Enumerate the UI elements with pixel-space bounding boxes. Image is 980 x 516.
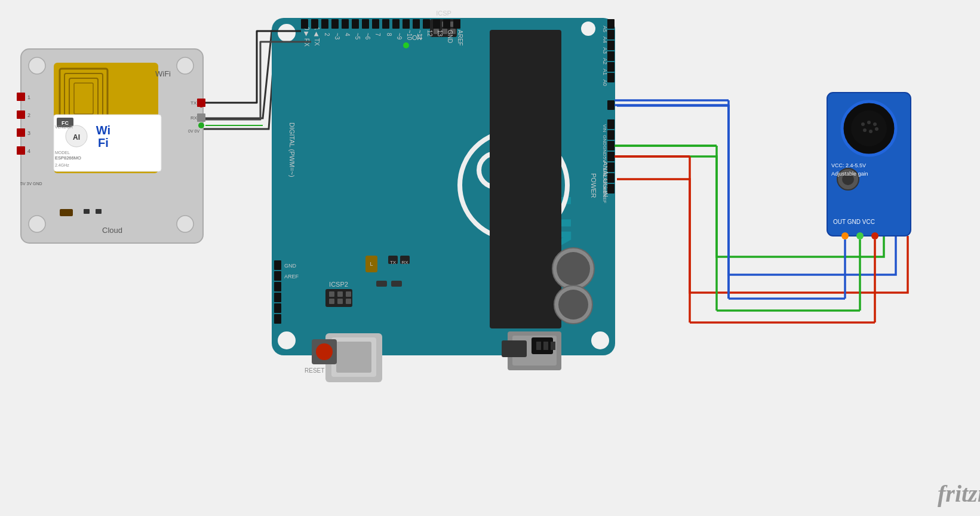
fritzing-watermark: fritzing xyxy=(938,480,980,507)
svg-point-181 xyxy=(873,122,877,126)
svg-text:GND: GND xyxy=(284,263,297,269)
svg-text:0V 0V: 0V 0V xyxy=(188,129,199,133)
svg-rect-30 xyxy=(17,146,25,155)
svg-rect-108 xyxy=(607,119,615,129)
svg-point-5 xyxy=(177,216,193,232)
svg-text:WiFi: WiFi xyxy=(155,69,171,78)
svg-point-160 xyxy=(558,290,588,320)
svg-point-3 xyxy=(29,216,45,232)
svg-point-48 xyxy=(581,22,595,36)
svg-text:OUT GND VCC: OUT GND VCC xyxy=(833,219,875,225)
svg-text:RX: RX xyxy=(191,115,198,121)
svg-rect-84 xyxy=(382,19,389,29)
svg-rect-82 xyxy=(362,19,369,29)
svg-rect-79 xyxy=(331,19,339,29)
svg-point-183 xyxy=(869,130,873,133)
svg-text:A3: A3 xyxy=(602,47,608,54)
svg-text:A5: A5 xyxy=(602,26,608,32)
svg-rect-161 xyxy=(376,281,387,287)
svg-rect-89 xyxy=(433,19,440,29)
svg-rect-83 xyxy=(372,19,379,29)
svg-text:A0: A0 xyxy=(602,79,608,86)
svg-rect-27 xyxy=(17,93,25,101)
svg-rect-81 xyxy=(352,19,359,29)
svg-text:7: 7 xyxy=(374,33,381,36)
svg-text:ESP8266MO: ESP8266MO xyxy=(55,155,81,161)
svg-text:3.3V: 3.3V xyxy=(602,167,607,177)
svg-text:5V 3V GND: 5V 3V GND xyxy=(20,182,42,186)
svg-rect-145 xyxy=(337,291,343,297)
svg-text:13: 13 xyxy=(437,30,443,37)
svg-text:RESET: RESET xyxy=(305,367,324,374)
svg-point-2 xyxy=(29,57,45,74)
svg-rect-146 xyxy=(346,291,351,297)
svg-rect-175 xyxy=(551,342,555,350)
svg-rect-130 xyxy=(274,314,281,324)
svg-point-184 xyxy=(875,127,878,131)
svg-text:0 ▶ RX: 0 ▶ RX xyxy=(303,27,310,47)
svg-text:5V: 5V xyxy=(602,156,607,162)
svg-point-182 xyxy=(863,128,867,132)
svg-text:GND: GND xyxy=(602,135,607,146)
svg-point-179 xyxy=(861,122,865,126)
svg-text:4: 4 xyxy=(27,148,30,154)
svg-rect-173 xyxy=(536,342,541,350)
svg-rect-87 xyxy=(413,19,420,29)
svg-text:A2: A2 xyxy=(602,58,608,64)
svg-rect-174 xyxy=(543,342,548,350)
svg-text:~9: ~9 xyxy=(396,33,403,40)
svg-rect-28 xyxy=(17,110,25,119)
svg-point-190 xyxy=(841,232,849,239)
svg-rect-37 xyxy=(197,113,205,122)
svg-rect-172 xyxy=(532,337,553,354)
svg-point-41 xyxy=(198,122,204,128)
svg-text:ICSP: ICSP xyxy=(436,10,451,17)
svg-text:3: 3 xyxy=(27,130,30,136)
svg-text:DIGITAL (PWM=~): DIGITAL (PWM=~) xyxy=(288,122,296,177)
svg-rect-148 xyxy=(337,299,343,304)
svg-rect-129 xyxy=(274,303,281,313)
svg-text:AREF: AREF xyxy=(284,274,299,280)
svg-text:AI: AI xyxy=(73,133,80,142)
svg-rect-80 xyxy=(342,19,349,29)
svg-text:4: 4 xyxy=(344,33,351,36)
svg-rect-85 xyxy=(392,19,400,29)
svg-rect-86 xyxy=(403,19,410,29)
svg-rect-88 xyxy=(423,19,430,29)
svg-text:Cloud: Cloud xyxy=(102,226,122,235)
svg-point-178 xyxy=(851,110,887,146)
svg-text:A1: A1 xyxy=(602,69,608,75)
svg-rect-147 xyxy=(329,299,334,304)
svg-text:2: 2 xyxy=(27,112,30,118)
svg-point-4 xyxy=(177,57,193,74)
svg-rect-91 xyxy=(453,19,460,29)
svg-rect-156 xyxy=(490,30,561,328)
svg-rect-24 xyxy=(84,209,90,214)
svg-point-169 xyxy=(316,343,333,360)
svg-text:2: 2 xyxy=(324,33,330,36)
svg-rect-128 xyxy=(274,293,281,302)
svg-rect-111 xyxy=(607,152,615,161)
svg-rect-114 xyxy=(607,184,615,194)
svg-text:VENDOR: VENDOR xyxy=(55,125,73,129)
svg-text:TX: TX xyxy=(390,260,397,265)
svg-text:2.4GHz: 2.4GHz xyxy=(55,163,69,167)
svg-text:VCC: 2.4-5.5V: VCC: 2.4-5.5V xyxy=(831,162,866,168)
svg-point-47 xyxy=(591,331,609,349)
svg-text:TX: TX xyxy=(191,100,197,106)
svg-text:VIN: VIN xyxy=(602,124,607,133)
svg-text:L: L xyxy=(370,261,373,267)
svg-text:~5: ~5 xyxy=(354,33,361,40)
svg-text:RX: RX xyxy=(401,260,408,265)
svg-text:Fi: Fi xyxy=(98,136,109,149)
svg-rect-162 xyxy=(391,281,402,287)
svg-rect-109 xyxy=(607,130,615,140)
svg-rect-171 xyxy=(502,340,527,357)
svg-rect-23 xyxy=(60,209,73,216)
svg-rect-90 xyxy=(443,19,450,29)
svg-rect-113 xyxy=(607,173,615,183)
svg-rect-112 xyxy=(607,162,615,172)
svg-rect-110 xyxy=(607,141,615,150)
svg-text:IOREF: IOREF xyxy=(602,189,607,204)
svg-rect-105 xyxy=(607,100,615,110)
